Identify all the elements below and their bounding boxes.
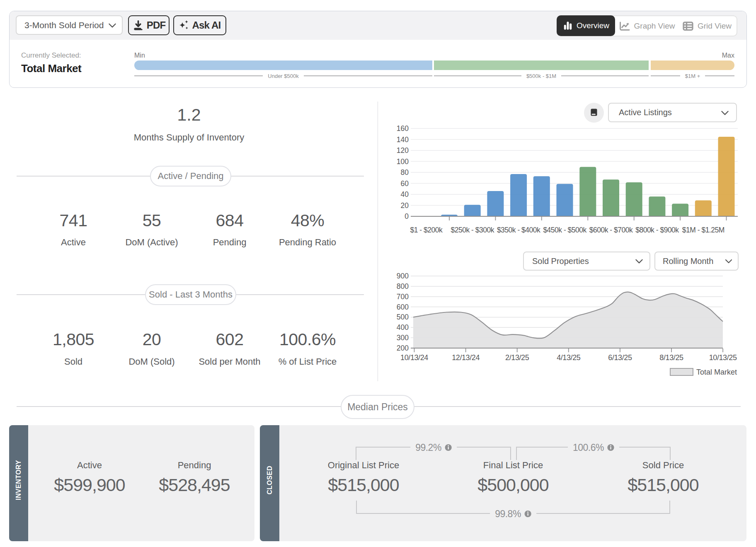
svg-text:100: 100	[397, 157, 409, 166]
svg-text:$1M - $1.25M: $1M - $1.25M	[682, 226, 724, 234]
svg-text:500: 500	[397, 313, 409, 321]
svg-text:6/13/25: 6/13/25	[608, 353, 632, 362]
svg-text:700: 700	[397, 293, 409, 301]
svg-text:800: 800	[397, 282, 409, 290]
svg-text:0: 0	[405, 212, 409, 220]
svg-text:10/13/24: 10/13/24	[400, 353, 428, 362]
svg-text:$250k - $300k: $250k - $300k	[451, 226, 494, 234]
svg-text:600: 600	[397, 303, 409, 311]
svg-text:80: 80	[401, 168, 409, 177]
svg-text:140: 140	[397, 136, 409, 144]
svg-text:$600k - $700k: $600k - $700k	[589, 226, 633, 234]
svg-text:900: 900	[397, 272, 409, 280]
svg-text:20: 20	[401, 201, 409, 210]
svg-text:12/13/24: 12/13/24	[452, 353, 480, 362]
svg-text:200: 200	[397, 344, 409, 352]
svg-text:10/13/25: 10/13/25	[709, 353, 737, 362]
svg-text:2/13/25: 2/13/25	[505, 353, 529, 362]
svg-text:40: 40	[401, 190, 409, 198]
svg-text:$450k - $500k: $450k - $500k	[543, 226, 586, 234]
svg-text:120: 120	[397, 146, 409, 155]
svg-text:4/13/25: 4/13/25	[557, 353, 581, 362]
svg-text:$350k - $400k: $350k - $400k	[497, 226, 540, 234]
svg-text:8/13/25: 8/13/25	[659, 353, 683, 362]
svg-text:400: 400	[397, 323, 409, 332]
svg-text:$1 - $200k: $1 - $200k	[410, 226, 442, 234]
svg-text:60: 60	[401, 179, 409, 188]
svg-text:160: 160	[397, 124, 409, 133]
svg-text:Total Market: Total Market	[696, 368, 737, 376]
svg-text:$800k - $900k: $800k - $900k	[635, 226, 679, 234]
svg-text:300: 300	[397, 334, 409, 342]
